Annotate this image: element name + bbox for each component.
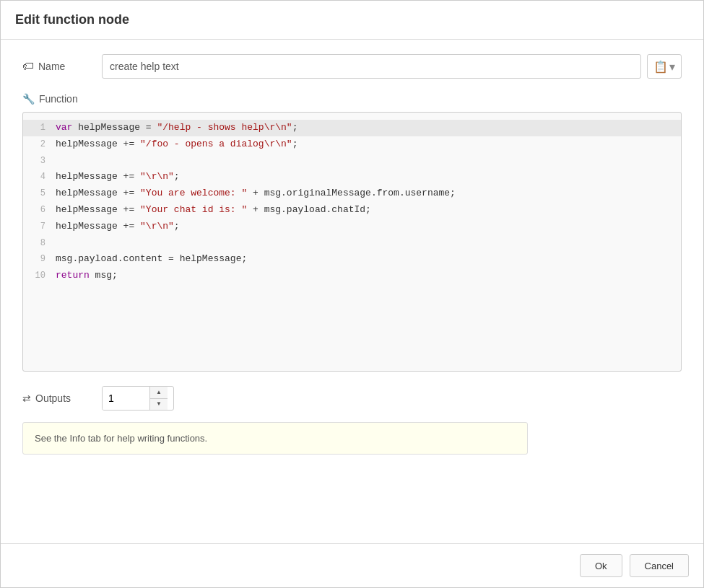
function-section-label: 🔧 Function: [22, 93, 682, 105]
line-number: 1: [23, 121, 56, 135]
outputs-spinner[interactable]: ▲ ▼: [102, 386, 174, 411]
line-number: 4: [23, 170, 56, 184]
line-content: [56, 236, 681, 251]
line-content: helpMessage += "Your chat id is: " + msg…: [56, 203, 681, 218]
outputs-row: ⇄ Outputs ▲ ▼: [22, 386, 682, 411]
book-icon: 📋: [653, 60, 668, 74]
info-box: See the Info tab for help writing functi…: [22, 422, 528, 455]
line-content: helpMessage += "\r\n";: [56, 170, 681, 185]
cancel-button[interactable]: Cancel: [630, 554, 689, 577]
line-content: var helpMessage = "/help - shows help\r\…: [56, 120, 681, 136]
tag-icon: 🏷: [22, 60, 34, 73]
line-number: 8: [23, 237, 56, 250]
line-number: 10: [23, 269, 56, 283]
wrench-icon: 🔧: [22, 93, 35, 105]
name-input[interactable]: [102, 54, 641, 79]
line-content: helpMessage += "You are welcome: " + msg…: [56, 186, 681, 201]
dropdown-arrow-icon: ▾: [669, 60, 675, 74]
line-number: 9: [23, 253, 56, 266]
code-line: 5helpMessage += "You are welcome: " + ms…: [23, 185, 681, 202]
spinner-buttons: ▲ ▼: [150, 387, 168, 410]
name-label: 🏷 Name: [22, 60, 102, 73]
outputs-label-text: Outputs: [35, 392, 71, 404]
line-content: msg.payload.content = helpMessage;: [56, 252, 681, 267]
line-number: 2: [23, 138, 56, 152]
name-label-text: Name: [38, 61, 65, 72]
dialog-body: 🏷 Name 📋 ▾ 🔧 Function 1var helpMessage =…: [1, 40, 703, 543]
code-line: 10return msg;: [23, 268, 681, 284]
line-number: 3: [23, 154, 56, 168]
outputs-input[interactable]: [103, 387, 150, 410]
code-line: 8: [23, 235, 681, 252]
line-content: [56, 154, 681, 169]
line-number: 6: [23, 203, 56, 217]
name-field-row: 🏷 Name 📋 ▾: [22, 54, 682, 79]
code-line: 1var helpMessage = "/help - shows help\r…: [23, 120, 681, 136]
line-number: 7: [23, 220, 56, 234]
code-line: 3: [23, 153, 681, 170]
line-content: return msg;: [56, 268, 681, 284]
dialog-title: Edit function node: [15, 12, 129, 27]
function-label-text: Function: [39, 93, 78, 105]
line-number: 5: [23, 187, 56, 201]
code-line: 4helpMessage += "\r\n";: [23, 169, 681, 185]
code-line: 2helpMessage += "/foo - opens a dialog\r…: [23, 136, 681, 153]
line-content: helpMessage += "\r\n";: [56, 219, 681, 234]
name-icon-dropdown-button[interactable]: 📋 ▾: [647, 54, 682, 79]
info-text: See the Info tab for help writing functi…: [35, 433, 207, 444]
dialog-header: Edit function node: [1, 1, 703, 40]
code-line: 7helpMessage += "\r\n";: [23, 219, 681, 235]
spinner-up-button[interactable]: ▲: [150, 387, 168, 398]
outputs-icon: ⇄: [22, 392, 31, 404]
code-line: 9msg.payload.content = helpMessage;: [23, 251, 681, 268]
line-content: helpMessage += "/foo - opens a dialog\r\…: [56, 137, 681, 152]
code-line: 6helpMessage += "Your chat id is: " + ms…: [23, 202, 681, 219]
edit-function-dialog: Edit function node 🏷 Name 📋 ▾ 🔧 Function…: [0, 0, 704, 588]
ok-button[interactable]: Ok: [580, 554, 622, 577]
dialog-footer: Ok Cancel: [1, 543, 703, 587]
code-editor[interactable]: 1var helpMessage = "/help - shows help\r…: [22, 112, 682, 372]
spinner-down-button[interactable]: ▼: [150, 398, 168, 411]
outputs-label: ⇄ Outputs: [22, 392, 102, 404]
